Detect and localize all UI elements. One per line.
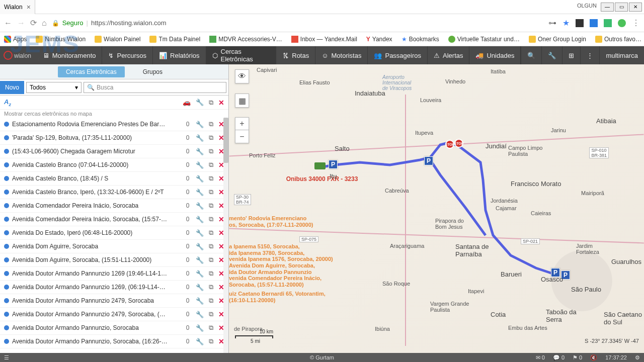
scrollbar-thumb[interactable] bbox=[223, 118, 228, 163]
geofence-row[interactable]: Avenida Do Estado, Iperó (06:48-L16-2000… bbox=[0, 226, 228, 240]
wrench-icon[interactable]: 🔧 bbox=[196, 270, 204, 278]
filter-select[interactable]: Todos▾ bbox=[26, 82, 82, 93]
window-minimize-button[interactable]: — bbox=[601, 3, 614, 12]
map-visibility-button[interactable]: 👁 bbox=[235, 69, 249, 83]
wrench-icon[interactable]: 🔧 bbox=[196, 297, 204, 305]
nav-monitoramento[interactable]: 🖥Monitoramento bbox=[37, 46, 103, 64]
browser-tab[interactable]: Wialon × bbox=[0, 0, 35, 14]
wrench-icon[interactable]: 🔧 bbox=[196, 99, 204, 106]
nav-rotas[interactable]: ⛕Rotas bbox=[276, 46, 315, 64]
new-button[interactable]: Novo bbox=[0, 81, 24, 94]
copy-icon[interactable]: ⧉ bbox=[209, 161, 213, 169]
wrench-icon[interactable]: 🔧 bbox=[196, 216, 204, 223]
wrench-icon[interactable]: 🔧 bbox=[196, 134, 204, 142]
bookmark-item[interactable]: Tm Data Painel bbox=[149, 36, 200, 43]
status-audio-icon[interactable]: 🔇 bbox=[590, 354, 597, 361]
copy-icon[interactable]: ⧉ bbox=[209, 283, 213, 291]
bookmark-item[interactable]: Nimbus Wialon bbox=[36, 36, 86, 43]
bookmark-star-icon[interactable]: ★ bbox=[562, 18, 570, 28]
wrench-icon[interactable]: 🔧 bbox=[196, 338, 204, 345]
app-logo[interactable]: wialon bbox=[0, 50, 37, 60]
copy-icon[interactable]: ⧉ bbox=[209, 188, 213, 196]
nav-motoristas[interactable]: ☺Motoristas bbox=[315, 46, 368, 64]
copy-icon[interactable]: ⧉ bbox=[209, 324, 213, 332]
copy-icon[interactable]: ⧉ bbox=[209, 215, 213, 223]
copy-icon[interactable]: ⧉ bbox=[209, 99, 213, 107]
key-icon[interactable]: ⊶ bbox=[548, 18, 556, 28]
status-count-1[interactable]: ✉ 0 bbox=[536, 354, 545, 361]
geofence-row[interactable]: Avenida Castelo Branco, Iperó, (13:32-L0… bbox=[0, 186, 228, 199]
nav-unidades[interactable]: 🚚Unidades bbox=[469, 46, 521, 64]
tab-cercas[interactable]: Cercas Eletrônicas bbox=[58, 66, 125, 77]
geofence-row[interactable]: Avenida Doutor Armando Pannunzio 1269 (1… bbox=[0, 267, 228, 281]
geofence-row[interactable]: Avenida Doutor Armando Pannunzio 2479, S… bbox=[0, 308, 228, 321]
ext-icon-2[interactable] bbox=[590, 19, 598, 27]
geofence-row[interactable]: Avenida Comendador Pereira Inácio, Soroc… bbox=[0, 213, 228, 226]
copy-icon[interactable]: ⧉ bbox=[209, 202, 213, 210]
geofence-row[interactable]: Avenida Dom Aguirre, Sorocaba0🔧⧉✕ bbox=[0, 240, 228, 253]
nav-tools-icon[interactable]: 🔧 bbox=[541, 46, 562, 64]
geofence-row[interactable]: (15:43-L06-9600) Chegada Garagem Microtu… bbox=[0, 145, 228, 158]
nav-account[interactable]: multimarca bbox=[599, 46, 644, 64]
wrench-icon[interactable]: 🔧 bbox=[196, 256, 204, 264]
geofence-row[interactable]: Avenida Dom Aguirre, Sorocaba, (15:51-L1… bbox=[0, 253, 228, 267]
nav-search-icon[interactable]: 🔍 bbox=[521, 46, 541, 64]
tab-grupos[interactable]: Grupos bbox=[135, 66, 171, 77]
wrench-icon[interactable]: 🔧 bbox=[196, 175, 204, 183]
window-maximize-button[interactable]: ▭ bbox=[615, 3, 628, 12]
geofence-row[interactable]: Avenida Doutor Armando Pannunzio, Soroca… bbox=[0, 335, 228, 348]
wrench-icon[interactable]: 🔧 bbox=[196, 229, 204, 237]
nav-passageiros[interactable]: 👥Passageiros bbox=[368, 46, 428, 64]
status-count-3[interactable]: ⚑ 0 bbox=[573, 354, 582, 361]
bookmark-overflow[interactable]: Outros favo… bbox=[595, 36, 641, 43]
parking-marker[interactable]: P bbox=[329, 160, 338, 169]
zoom-out-button[interactable]: − bbox=[235, 130, 249, 143]
bookmark-item[interactable]: YYandex bbox=[366, 36, 392, 43]
status-count-2[interactable]: 💬 0 bbox=[553, 354, 565, 361]
copy-icon[interactable]: ⧉ bbox=[209, 174, 213, 183]
bookmark-item[interactable]: Wialon Painel bbox=[95, 36, 140, 43]
wrench-icon[interactable]: 🔧 bbox=[196, 161, 204, 169]
nav-cercas[interactable]: ⬡Cercas Eletrônicas bbox=[206, 46, 277, 64]
delete-icon[interactable]: ✕ bbox=[218, 99, 224, 107]
zoom-in-button[interactable]: + bbox=[235, 117, 249, 130]
geofence-row[interactable]: Avenida Doutor Armando Pannunzio 2479, S… bbox=[0, 294, 228, 308]
nav-alertas[interactable]: ⚠Alertas bbox=[428, 46, 469, 64]
status-settings-icon[interactable]: ⚙ bbox=[635, 354, 640, 361]
wrench-icon[interactable]: 🔧 bbox=[196, 311, 204, 318]
ext-icon-1[interactable] bbox=[576, 19, 584, 27]
stop-marker[interactable]: STOP bbox=[445, 140, 454, 149]
wrench-icon[interactable]: 🔧 bbox=[196, 148, 204, 155]
parking-marker[interactable]: P bbox=[424, 156, 433, 165]
wrench-icon[interactable]: 🔧 bbox=[196, 243, 204, 250]
nav-forward-icon[interactable]: → bbox=[17, 19, 25, 28]
vehicle-icon[interactable]: 🚗 bbox=[183, 99, 191, 106]
status-menu-icon[interactable]: ☰ bbox=[4, 354, 9, 361]
copy-icon[interactable]: ⧉ bbox=[209, 256, 213, 264]
geofence-row[interactable]: Avenida Doutor Armando Pannunzio 1269, (… bbox=[0, 281, 228, 294]
sort-az-icon[interactable]: Az bbox=[4, 98, 11, 107]
wrench-icon[interactable]: 🔧 bbox=[196, 324, 204, 332]
geofence-row[interactable]: 'Parada' Sp-129, Boituva, (17:35-L11-200… bbox=[0, 131, 228, 145]
url-bar[interactable]: 🔒 Seguro | https://hosting.wialon.com bbox=[52, 19, 543, 27]
bookmark-item[interactable]: Inbox — Yandex.Mail bbox=[291, 36, 357, 43]
map-canvas[interactable]: P P P P STOP STOP Onibus 34000 FXR - 323… bbox=[229, 64, 644, 353]
geofence-row[interactable]: Avenida Doutor Armando Pannunzio, Soroca… bbox=[0, 321, 228, 335]
nav-home-icon[interactable]: ⌂ bbox=[42, 19, 47, 28]
window-close-button[interactable]: ✕ bbox=[629, 3, 642, 12]
copy-icon[interactable]: ⧉ bbox=[209, 120, 213, 128]
tab-close-icon[interactable]: × bbox=[27, 3, 31, 11]
bookmark-item[interactable]: ★Bookmarks bbox=[401, 36, 439, 43]
copy-icon[interactable]: ⧉ bbox=[209, 269, 213, 278]
wrench-icon[interactable]: 🔧 bbox=[196, 121, 204, 128]
copy-icon[interactable]: ⧉ bbox=[209, 242, 213, 250]
wrench-icon[interactable]: 🔧 bbox=[196, 284, 204, 291]
copy-icon[interactable]: ⧉ bbox=[209, 337, 213, 345]
bookmark-item[interactable]: Virtuelle Tastatur und… bbox=[448, 36, 520, 43]
geofence-row[interactable]: Avenida Castelo Branco, (18:45) / S0🔧⧉✕ bbox=[0, 172, 228, 186]
wrench-icon[interactable]: 🔧 bbox=[196, 189, 204, 196]
nav-more-icon[interactable]: ⋮ bbox=[580, 46, 599, 64]
bookmark-item[interactable]: Oner Group Login bbox=[529, 36, 586, 43]
geofence-row[interactable]: Avenida Castelo Branco (07:04-L16-20000)… bbox=[0, 158, 228, 172]
nav-reload-icon[interactable]: ⟳ bbox=[30, 18, 37, 28]
